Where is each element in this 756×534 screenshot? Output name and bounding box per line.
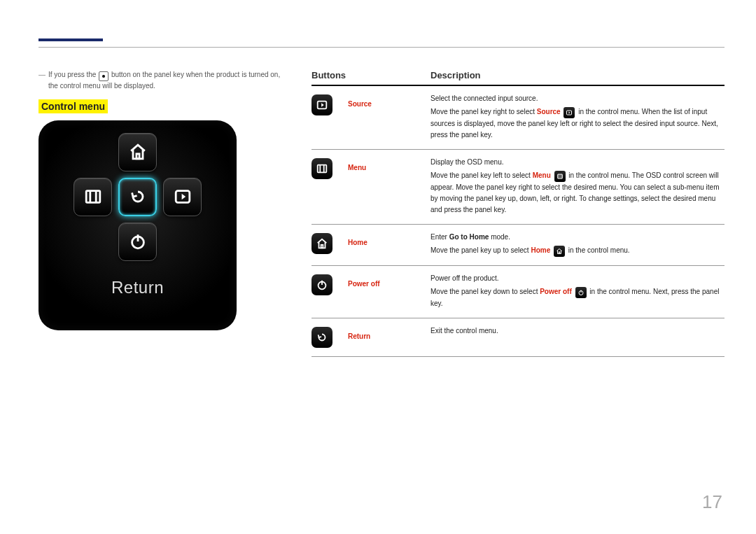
table-row: HomeEnter Go to Home mode.Move the panel… (312, 225, 724, 266)
header-rule (38, 38, 724, 52)
panel-menu-button[interactable] (74, 178, 112, 216)
button-description: Display the OSD menu.Move the panel key … (430, 157, 724, 216)
table-row: ReturnExit the control menu. (312, 318, 724, 357)
table-row: Power offPower off the product.Move the … (312, 266, 724, 318)
button-description: Exit the control menu. (430, 325, 724, 348)
header-buttons: Buttons (312, 70, 430, 80)
menu-icon (554, 171, 566, 182)
table-row: MenuDisplay the OSD menu.Move the panel … (312, 150, 724, 225)
page-number: 17 (702, 491, 722, 513)
button-description: Enter Go to Home mode.Move the panel key… (430, 232, 724, 257)
panel-key-icon (99, 71, 108, 81)
panel-return-button[interactable] (118, 178, 157, 216)
note-dash: ― (38, 70, 44, 91)
button-description: Select the connected input source.Move t… (430, 93, 724, 141)
source-icon (564, 107, 575, 118)
panel-source-button[interactable] (163, 178, 202, 216)
button-label: Return (348, 325, 430, 348)
power-icon (575, 287, 587, 298)
button-label: Source (348, 93, 430, 141)
header-description: Description (430, 70, 724, 80)
menu-icon (312, 158, 332, 179)
return-icon (312, 327, 332, 348)
panel-power-button[interactable] (118, 223, 157, 261)
control-menu-heading: Control menu (38, 99, 108, 113)
table-row: SourceSelect the connected input source.… (312, 86, 724, 150)
intro-note: ― If you press the button on the panel k… (38, 70, 284, 91)
panel-home-button[interactable] (118, 133, 157, 171)
source-icon (312, 94, 332, 115)
control-menu-panel: Return (38, 120, 237, 330)
table-header: Buttons Description (312, 70, 724, 86)
panel-return-label: Return (38, 278, 237, 297)
power-icon (312, 274, 332, 295)
button-label: Home (348, 232, 430, 257)
note-text: If you press the button on the panel key… (48, 70, 284, 91)
home-icon (554, 246, 565, 257)
button-description: Power off the product.Move the panel key… (430, 273, 724, 309)
button-label: Power off (348, 273, 430, 309)
home-icon (312, 233, 332, 254)
button-label: Menu (348, 157, 430, 216)
